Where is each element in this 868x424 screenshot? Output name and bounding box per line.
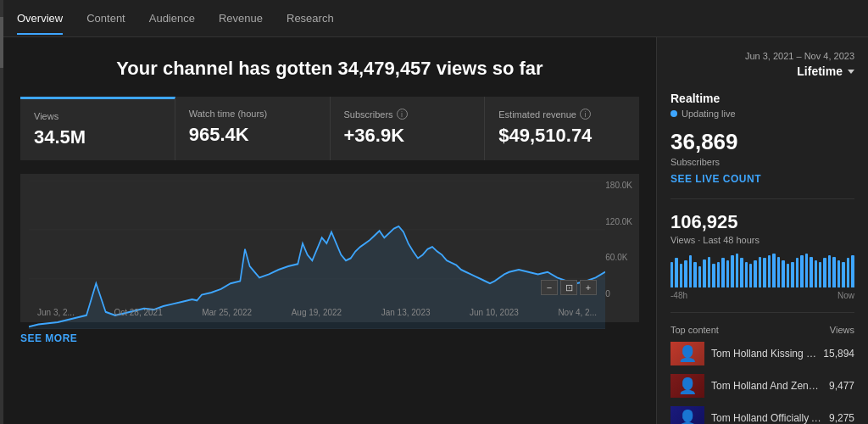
period-selector[interactable]: Lifetime	[670, 64, 854, 78]
mini-bar	[842, 262, 844, 287]
thumbnail-3: 👤	[670, 406, 704, 424]
mini-bar	[815, 260, 817, 287]
see-more-link[interactable]: SEE MORE	[20, 332, 77, 344]
mini-bar	[698, 266, 701, 287]
mini-bar	[763, 258, 765, 287]
stats-bar: Views 34.5M Watch time (hours) 965.4K Su…	[20, 97, 639, 160]
thumbnail-2: 👤	[670, 374, 704, 398]
mini-bar	[800, 255, 803, 287]
mini-bar	[749, 264, 752, 287]
zoom-in-button[interactable]: +	[580, 280, 597, 295]
mini-bar	[851, 255, 854, 287]
mini-bar	[772, 254, 775, 287]
top-content-item-1[interactable]: 👤 Tom Holland Kissing Ze... 15,894	[670, 342, 854, 365]
mini-bar	[837, 260, 840, 287]
mini-bar	[689, 255, 692, 287]
thumbnail-face-1: 👤	[670, 342, 704, 365]
mini-bar	[670, 262, 673, 287]
mini-bar	[721, 258, 724, 287]
stat-subscribers: Subscribers i +36.9K	[331, 97, 486, 160]
content-title-2: Tom Holland And Zenday...	[711, 380, 822, 392]
x-label-5: Jun 10, 2023	[470, 308, 519, 317]
live-indicator: Updating live	[670, 109, 854, 119]
zoom-reset-button[interactable]: ⊡	[560, 280, 577, 295]
stat-watch-value: 965.4K	[189, 124, 316, 146]
mini-bar	[759, 257, 761, 287]
content-title-3: Tom Holland Officially An...	[711, 412, 822, 424]
nav-item-revenue[interactable]: Revenue	[219, 2, 263, 35]
content-area: Your channel has gotten 34,479,457 views…	[3, 37, 868, 424]
mini-bar	[832, 257, 835, 287]
mini-bar	[823, 258, 826, 287]
x-label-2: Mar 25, 2022	[202, 308, 252, 317]
mini-bar	[708, 257, 710, 287]
live-dot-icon	[670, 110, 677, 117]
mini-bar	[703, 259, 705, 287]
right-sidebar: Jun 3, 2021 – Nov 4, 2023 Lifetime Realt…	[656, 37, 868, 424]
thumbnail-face-3: 👤	[670, 406, 704, 424]
x-label-1: Oct 28, 2021	[114, 308, 162, 317]
x-label-3: Aug 19, 2022	[292, 308, 342, 317]
chart-x-axis: Jun 3, 2... Oct 28, 2021 Mar 25, 2022 Au…	[37, 308, 597, 317]
mini-bar	[791, 262, 793, 287]
mini-bar	[810, 257, 812, 287]
mini-bar-chart	[670, 254, 854, 287]
mini-bar	[675, 258, 677, 287]
main-panel: OverviewContentAudienceRevenueResearch Y…	[3, 0, 868, 424]
views-chart: 180.0K 120.0K 60.0K 0	[20, 174, 639, 322]
nav-bar: OverviewContentAudienceRevenueResearch	[3, 0, 868, 37]
mini-bar	[726, 260, 729, 287]
realtime-views: 106,925	[670, 211, 854, 233]
app-layout: OverviewContentAudienceRevenueResearch Y…	[0, 0, 868, 424]
top-content-item-2[interactable]: 👤 Tom Holland And Zenday... 9,477	[670, 374, 854, 398]
mini-bar	[796, 258, 798, 287]
top-content-item-3[interactable]: 👤 Tom Holland Officially An... 9,275	[670, 406, 854, 424]
mini-bar	[828, 255, 831, 287]
main-content: Your channel has gotten 34,479,457 views…	[3, 37, 656, 424]
stat-revenue: Estimated revenue i $49,510.74	[485, 97, 639, 160]
stat-subs-value: +36.9K	[344, 125, 471, 147]
x-label-4: Jan 13, 2023	[381, 308, 431, 317]
see-live-count-link[interactable]: SEE LIVE COUNT	[670, 173, 761, 185]
mini-bar	[805, 254, 808, 287]
content-views-3: 9,275	[829, 412, 854, 424]
realtime-subscribers: 36,869	[670, 129, 854, 155]
mini-bar	[787, 264, 789, 287]
divider	[670, 198, 854, 199]
revenue-info-icon[interactable]: i	[580, 109, 591, 120]
nav-item-overview[interactable]: Overview	[17, 2, 63, 35]
x-label-0: Jun 3, 2...	[37, 308, 75, 317]
views-header-label: Views	[830, 325, 854, 335]
scroll-thumb[interactable]	[0, 17, 3, 68]
stat-views-label: Views	[34, 111, 161, 121]
mini-bar	[745, 262, 748, 287]
nav-item-content[interactable]: Content	[86, 2, 125, 35]
subscribers-info-icon[interactable]: i	[397, 109, 408, 120]
chart-y-axis: 180.0K 120.0K 60.0K 0	[605, 181, 632, 298]
scroll-bar[interactable]	[0, 0, 3, 424]
mini-chart-left-label: -48h	[670, 291, 687, 300]
y-label-0: 0	[605, 289, 632, 298]
mini-bar	[684, 260, 687, 287]
stat-watch-time: Watch time (hours) 965.4K	[175, 97, 331, 160]
content-title-1: Tom Holland Kissing Ze...	[711, 348, 816, 360]
nav-item-audience[interactable]: Audience	[149, 2, 195, 35]
thumbnail-face-2: 👤	[670, 374, 704, 398]
subscribers-label: Subscribers	[670, 157, 854, 167]
stat-views: Views 34.5M	[20, 97, 175, 160]
views-sublabel: Views · Last 48 hours	[670, 235, 854, 245]
mini-bar	[777, 257, 780, 287]
zoom-out-button[interactable]: −	[541, 280, 558, 295]
live-label: Updating live	[682, 109, 736, 119]
top-content-header: Top content Views	[670, 325, 854, 335]
nav-item-research[interactable]: Research	[287, 2, 334, 35]
chevron-down-icon	[848, 70, 854, 74]
realtime-title: Realtime	[670, 92, 854, 105]
content-views-1: 15,894	[823, 348, 854, 360]
y-label-60k: 60.0K	[605, 253, 632, 262]
stat-subs-label: Subscribers i	[344, 109, 471, 120]
stat-views-value: 34.5M	[34, 126, 161, 148]
mini-bar	[768, 255, 771, 287]
mini-bar	[680, 264, 682, 287]
mini-bar	[731, 255, 733, 287]
